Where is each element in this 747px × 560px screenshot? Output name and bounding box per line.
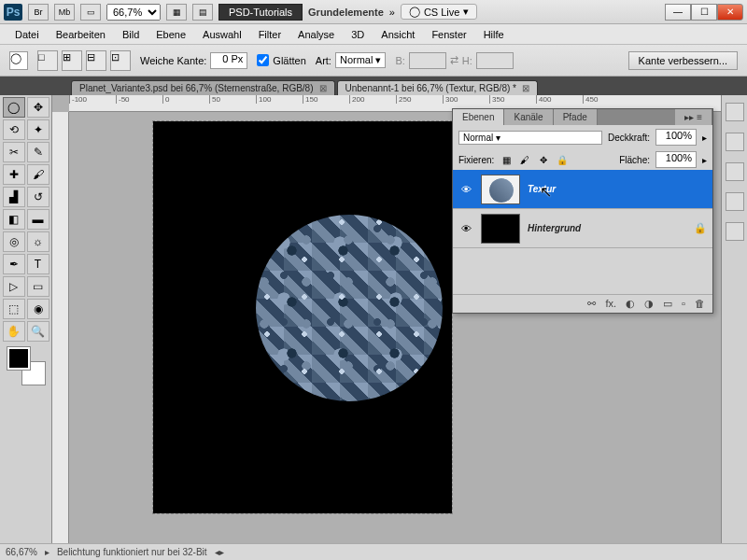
lock-transparent-icon[interactable]: ▦ bbox=[500, 153, 513, 166]
dodge-tool[interactable]: ☼ bbox=[27, 231, 49, 252]
menu-bearbeiten[interactable]: Bearbeiten bbox=[49, 27, 113, 42]
layer-thumbnail[interactable] bbox=[481, 214, 520, 244]
refine-edge-button[interactable]: Kante verbessern... bbox=[628, 51, 738, 70]
panel-actions-icon[interactable] bbox=[726, 192, 744, 211]
tab-pfade[interactable]: Pfade bbox=[554, 109, 598, 125]
color-swatches[interactable] bbox=[7, 347, 45, 385]
path-select-tool[interactable]: ▷ bbox=[3, 276, 25, 297]
visibility-icon[interactable]: 👁 bbox=[458, 223, 473, 234]
new-layer-icon[interactable]: ▫ bbox=[682, 298, 685, 310]
link-layers-icon[interactable]: ⚯ bbox=[587, 298, 596, 310]
subtract-selection-button[interactable]: ⊟ bbox=[86, 50, 106, 71]
document[interactable] bbox=[153, 121, 452, 513]
document-set-label[interactable]: Grundelemente bbox=[308, 7, 384, 18]
lasso-tool[interactable]: ⟲ bbox=[3, 119, 25, 140]
layer-item[interactable]: 👁 Hintergrund 🔒 bbox=[453, 209, 712, 248]
panel-color-icon[interactable] bbox=[726, 103, 744, 121]
type-tool[interactable]: T bbox=[27, 254, 49, 274]
lock-pixels-icon[interactable]: 🖌 bbox=[518, 153, 531, 166]
blend-mode-select[interactable]: Normal ▾ bbox=[458, 131, 602, 145]
stamp-tool[interactable]: ▟ bbox=[3, 187, 25, 207]
blur-tool[interactable]: ◎ bbox=[3, 231, 25, 252]
lock-all-icon[interactable]: 🔒 bbox=[556, 153, 569, 166]
width-input bbox=[409, 52, 446, 69]
close-icon[interactable]: ⊠ bbox=[522, 83, 529, 93]
visibility-icon[interactable]: 👁 bbox=[458, 184, 473, 195]
menu-hilfe[interactable]: Hilfe bbox=[476, 27, 512, 42]
layer-fx-icon[interactable]: fx. bbox=[605, 298, 616, 310]
delete-layer-icon[interactable]: 🗑 bbox=[695, 298, 705, 310]
menu-analyse[interactable]: Analyse bbox=[290, 27, 342, 42]
panel-adjustments-icon[interactable] bbox=[726, 162, 744, 181]
panel-menu-icon[interactable]: ▸▸ ≡ bbox=[675, 109, 712, 125]
workspace-label[interactable]: PSD-Tutorials bbox=[218, 4, 303, 21]
screen-mode-button[interactable]: ▭ bbox=[80, 4, 101, 21]
lock-position-icon[interactable]: ✥ bbox=[537, 153, 550, 166]
style-select[interactable]: Normal ▾ bbox=[335, 52, 387, 68]
document-tab[interactable]: Unbenannt-1 bei 66,7% (Textur, RGB/8) *⊠ bbox=[337, 80, 538, 95]
menu-filter[interactable]: Filter bbox=[251, 27, 289, 42]
menu-ebene[interactable]: Ebene bbox=[148, 27, 193, 42]
current-tool-icon[interactable]: ◯ bbox=[9, 51, 28, 70]
menu-ansicht[interactable]: Ansicht bbox=[374, 27, 422, 42]
bridge-button[interactable]: Br bbox=[28, 4, 49, 21]
status-message: Belichtung funktioniert nur bei 32-Bit bbox=[57, 547, 207, 557]
feather-input[interactable]: 0 Px bbox=[210, 52, 247, 69]
tab-ebenen[interactable]: Ebenen bbox=[453, 109, 504, 125]
add-selection-button[interactable]: ⊞ bbox=[62, 50, 82, 71]
layer-name[interactable]: Textur bbox=[528, 184, 556, 194]
hand-tool[interactable]: ✋ bbox=[3, 321, 25, 342]
close-button[interactable]: ✕ bbox=[717, 4, 743, 21]
eyedropper-tool[interactable]: ✎ bbox=[27, 142, 49, 162]
fill-input[interactable]: 100% bbox=[655, 151, 697, 168]
opacity-label: Deckkraft: bbox=[608, 133, 650, 143]
3d-tool[interactable]: ⬚ bbox=[3, 299, 25, 319]
panel-history-icon[interactable] bbox=[726, 222, 744, 241]
titlebar: Ps Br Mb ▭ 66,7% ▦ ▤ PSD-Tutorials Grund… bbox=[0, 0, 747, 24]
layer-thumbnail[interactable] bbox=[481, 175, 520, 204]
gradient-tool[interactable]: ▬ bbox=[27, 209, 49, 230]
zoom-tool[interactable]: 🔍 bbox=[27, 321, 49, 342]
lock-icon: 🔒 bbox=[694, 222, 707, 234]
menu-datei[interactable]: Datei bbox=[7, 27, 47, 42]
shape-tool[interactable]: ▭ bbox=[27, 276, 49, 297]
maximize-button[interactable]: ☐ bbox=[691, 4, 717, 21]
adjustment-layer-icon[interactable]: ◑ bbox=[644, 298, 654, 310]
3d-camera-tool[interactable]: ◉ bbox=[27, 299, 49, 319]
menu-auswahl[interactable]: Auswahl bbox=[195, 27, 249, 42]
history-brush-tool[interactable]: ↺ bbox=[27, 187, 49, 207]
menu-3d[interactable]: 3D bbox=[344, 27, 372, 42]
menu-bild[interactable]: Bild bbox=[115, 27, 147, 42]
more-icon[interactable]: » bbox=[389, 7, 395, 18]
marquee-tool[interactable]: ◯ bbox=[3, 97, 25, 118]
healing-tool[interactable]: ✚ bbox=[3, 164, 25, 185]
close-icon[interactable]: ⊠ bbox=[319, 83, 327, 93]
layer-mask-icon[interactable]: ◐ bbox=[626, 298, 635, 310]
new-selection-button[interactable]: □ bbox=[37, 50, 58, 71]
foreground-swatch[interactable] bbox=[7, 347, 30, 370]
status-zoom[interactable]: 66,67% bbox=[6, 547, 37, 557]
eraser-tool[interactable]: ◧ bbox=[3, 209, 25, 230]
move-tool[interactable]: ✥ bbox=[27, 97, 49, 118]
opacity-input[interactable]: 100% bbox=[655, 129, 697, 146]
wand-tool[interactable]: ✦ bbox=[27, 119, 49, 140]
group-icon[interactable]: ▭ bbox=[663, 298, 672, 310]
pen-tool[interactable]: ✒ bbox=[3, 254, 25, 274]
antialias-checkbox[interactable]: Glätten bbox=[257, 54, 305, 66]
intersect-selection-button[interactable]: ⊡ bbox=[110, 50, 131, 71]
cslive-button[interactable]: ◯CS Live▾ bbox=[401, 4, 478, 20]
options-bar: ◯ □ ⊞ ⊟ ⊡ Weiche Kante: 0 Px Glätten Art… bbox=[0, 45, 747, 77]
menu-fenster[interactable]: Fenster bbox=[424, 27, 473, 42]
brush-tool[interactable]: 🖌 bbox=[27, 164, 49, 185]
extras-button[interactable]: ▤ bbox=[192, 4, 213, 21]
panel-swatches-icon[interactable] bbox=[726, 133, 744, 151]
minimize-button[interactable]: — bbox=[665, 4, 691, 21]
tab-kanaele[interactable]: Kanäle bbox=[504, 109, 553, 125]
crop-tool[interactable]: ✂ bbox=[3, 142, 25, 162]
zoom-select[interactable]: 66,7% bbox=[106, 4, 161, 21]
layer-name[interactable]: Hintergrund bbox=[528, 223, 581, 233]
arrange-button[interactable]: ▦ bbox=[166, 4, 187, 21]
minibridge-button[interactable]: Mb bbox=[54, 4, 75, 21]
document-tab[interactable]: Planet_Variante3.psd bei 66,7% (Sternens… bbox=[71, 80, 335, 95]
layer-item[interactable]: 👁 Textur bbox=[453, 170, 712, 209]
